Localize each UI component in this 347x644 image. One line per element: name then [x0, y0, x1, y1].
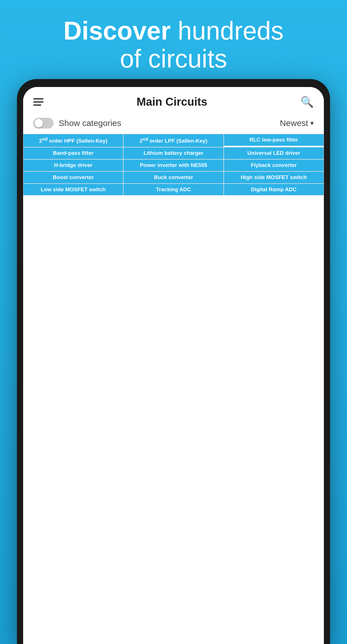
circuit-cell-13[interactable]: Low side MOSFET switch scroll to see mor… [23, 184, 123, 196]
circuit-cell-3[interactable]: RLC low-pass filter scroll to see more →… [224, 134, 324, 147]
circuit-cell-6[interactable]: Universal LED driver scroll to see more … [224, 147, 324, 159]
circuit-diagram-3: scroll to see more → VIN L [224, 146, 324, 147]
hero-normal: hundreds [171, 17, 284, 45]
circuit-label-11: Buck converter [124, 172, 223, 183]
hamburger-line-3 [33, 105, 41, 106]
toggle-row: Show categories [33, 118, 121, 129]
circuit-label-2: 2nd order LPF (Sallen-Key) [124, 134, 223, 147]
app-header: Main Circuits 🔍 [23, 87, 324, 114]
circuit-cell-5[interactable]: Lithium battery charger scroll to see mo… [123, 147, 223, 159]
circuit-grid: 2nd order HPF (Sallen-Key) scroll to see… [23, 134, 324, 195]
search-icon[interactable]: 🔍 [300, 96, 314, 108]
toggle-knob [34, 119, 43, 127]
circuit-cell-4[interactable]: Band-pass filter scroll to see more → VI… [23, 147, 123, 159]
circuit-label-15: Digital Ramp ADC [224, 184, 324, 195]
sort-control[interactable]: Newest ▾ [280, 118, 314, 128]
circuit-cell-8[interactable]: Power inverter with NE555 scroll to see … [123, 159, 223, 171]
circuit-label-3: RLC low-pass filter [224, 134, 324, 146]
toggle-label: Show categories [59, 118, 121, 128]
circuit-label-4: Band-pass filter [23, 147, 123, 159]
svg-text:VOUT: VOUT [274, 146, 275, 146]
svg-text:R: R [274, 146, 274, 146]
circuit-label-13: Low side MOSFET switch [23, 184, 123, 195]
circuit-label-9: Flyback converter [224, 160, 324, 171]
circuit-label-1: 2nd order HPF (Sallen-Key) [23, 134, 123, 147]
filter-bar: Show categories Newest ▾ [23, 114, 324, 134]
hero-line2: of circuits [120, 45, 227, 73]
circuit-cell-11[interactable]: Buck converter scroll to see more → ~ [123, 171, 223, 184]
phone-screen: Main Circuits 🔍 Show categories Newest ▾… [23, 87, 324, 644]
circuit-label-12: High side MOSFET switch [224, 172, 324, 183]
circuit-label-5: Lithium battery charger [124, 147, 223, 159]
circuit-cell-1[interactable]: 2nd order HPF (Sallen-Key) scroll to see… [23, 134, 123, 147]
circuit-cell-14[interactable]: Tracking ADC scroll to see more → Analog… [123, 184, 223, 196]
svg-text:L: L [273, 146, 274, 146]
circuit-label-10: Boost converter [23, 172, 123, 183]
circuit-label-14: Tracking ADC [124, 184, 223, 195]
circuit-label-7: H-bridge driver [23, 160, 123, 171]
circuit-cell-10[interactable]: Boost converter scroll to see more → ~ [23, 171, 123, 184]
hamburger-line-2 [33, 101, 43, 103]
circuit-art-3: VIN L C [224, 146, 324, 147]
menu-button[interactable] [33, 98, 43, 106]
svg-text:VIN: VIN [273, 146, 273, 146]
circuit-cell-15[interactable]: Digital Ramp ADC scroll to see more → SO… [224, 184, 324, 196]
phone-frame: Main Circuits 🔍 Show categories Newest ▾… [17, 79, 330, 644]
chevron-down-icon: ▾ [310, 119, 314, 127]
show-categories-toggle[interactable] [33, 118, 54, 129]
circuit-cell-12[interactable]: High side MOSFET switch scroll to see mo… [224, 171, 324, 184]
sort-label: Newest [280, 118, 308, 128]
circuit-label-8: Power inverter with NE555 [124, 160, 223, 171]
hero-section: Discover hundreds of circuits [0, 0, 347, 81]
circuit-label-6: Universal LED driver [224, 147, 324, 159]
circuit-cell-7[interactable]: H-bridge driver scroll to see more → gat… [23, 159, 123, 171]
hero-bold: Discover [63, 17, 171, 45]
app-title: Main Circuits [137, 95, 207, 108]
circuit-cell-9[interactable]: Flyback converter scroll to see more → V… [224, 159, 324, 171]
circuit-cell-2[interactable]: 2nd order LPF (Sallen-Key) scroll to see… [123, 134, 223, 147]
hamburger-line-1 [33, 98, 43, 99]
